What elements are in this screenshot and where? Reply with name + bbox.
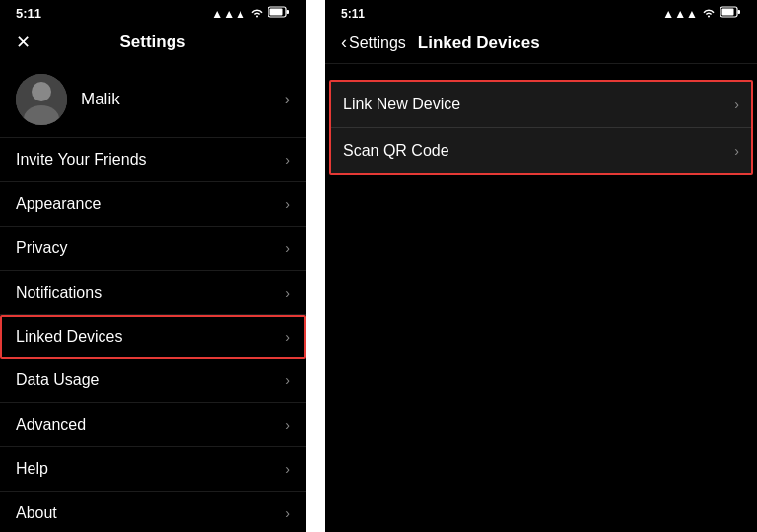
menu-item-appearance[interactable]: Appearance › bbox=[0, 182, 306, 227]
svg-rect-1 bbox=[270, 9, 283, 16]
svg-rect-7 bbox=[722, 9, 734, 16]
back-label-text: Settings bbox=[349, 34, 406, 52]
profile-row[interactable]: Malik › bbox=[0, 62, 306, 138]
menu-chevron-linked-devices: › bbox=[285, 329, 290, 345]
device-label-link-new: Link New Device bbox=[343, 96, 460, 113]
device-item-link-new[interactable]: Link New Device › bbox=[331, 82, 751, 128]
left-panel: 5:11 ▲▲▲ ✕ Settings bbox=[0, 0, 306, 532]
menu-chevron-data-usage: › bbox=[285, 372, 290, 388]
menu-chevron-appearance: › bbox=[285, 196, 290, 212]
devices-list: Link New Device › Scan QR Code › bbox=[329, 80, 753, 175]
back-button[interactable]: ‹ Settings bbox=[341, 33, 406, 53]
menu-label-notifications: Notifications bbox=[16, 284, 102, 301]
menu-item-help[interactable]: Help › bbox=[0, 447, 306, 492]
menu-chevron-notifications: › bbox=[285, 285, 290, 300]
svg-point-4 bbox=[32, 82, 51, 101]
battery-icon bbox=[268, 6, 290, 21]
left-header-title: Settings bbox=[119, 33, 185, 52]
menu-chevron-about: › bbox=[285, 505, 290, 521]
signal-icon: ▲▲▲ bbox=[211, 7, 246, 21]
avatar bbox=[16, 74, 67, 125]
menu-chevron-invite: › bbox=[285, 152, 290, 167]
menu-chevron-privacy: › bbox=[285, 240, 290, 256]
right-status-icons: ▲▲▲ bbox=[662, 6, 741, 21]
menu-label-about: About bbox=[16, 504, 57, 522]
menu-list: Invite Your Friends › Appearance › Priva… bbox=[0, 138, 306, 532]
menu-item-notifications[interactable]: Notifications › bbox=[0, 271, 306, 315]
left-time: 5:11 bbox=[16, 6, 41, 21]
back-chevron-icon: ‹ bbox=[341, 33, 347, 53]
menu-item-advanced[interactable]: Advanced › bbox=[0, 403, 306, 447]
left-status-icons: ▲▲▲ bbox=[211, 6, 290, 21]
menu-label-advanced: Advanced bbox=[16, 416, 86, 433]
menu-item-about[interactable]: About › bbox=[0, 492, 306, 532]
right-wifi-icon bbox=[702, 6, 716, 21]
menu-item-invite[interactable]: Invite Your Friends › bbox=[0, 138, 306, 182]
menu-label-help: Help bbox=[16, 460, 48, 478]
menu-chevron-advanced: › bbox=[285, 417, 290, 432]
wifi-icon bbox=[250, 6, 264, 21]
right-panel: 5:11 ▲▲▲ ‹ Settings Linked Devices bbox=[325, 0, 757, 532]
left-header: ✕ Settings bbox=[0, 25, 306, 62]
device-chevron-link-new: › bbox=[734, 97, 739, 112]
profile-name: Malik bbox=[81, 90, 285, 109]
right-status-bar: 5:11 ▲▲▲ bbox=[325, 0, 757, 25]
device-label-scan-qr: Scan QR Code bbox=[343, 142, 449, 160]
menu-label-invite: Invite Your Friends bbox=[16, 151, 147, 168]
right-header-title: Linked Devices bbox=[418, 33, 540, 53]
left-status-bar: 5:11 ▲▲▲ bbox=[0, 0, 306, 25]
right-signal-icon: ▲▲▲ bbox=[662, 7, 698, 21]
right-header: ‹ Settings Linked Devices bbox=[325, 25, 757, 64]
menu-label-appearance: Appearance bbox=[16, 195, 101, 213]
close-button[interactable]: ✕ bbox=[16, 32, 31, 53]
menu-item-data-usage[interactable]: Data Usage › bbox=[0, 359, 306, 403]
panel-divider bbox=[306, 0, 325, 532]
device-chevron-scan-qr: › bbox=[734, 143, 739, 159]
right-time: 5:11 bbox=[341, 7, 365, 21]
menu-label-linked-devices: Linked Devices bbox=[16, 328, 123, 346]
menu-item-linked-devices[interactable]: Linked Devices › bbox=[0, 315, 306, 359]
svg-rect-8 bbox=[738, 10, 741, 14]
menu-label-privacy: Privacy bbox=[16, 239, 67, 257]
profile-chevron: › bbox=[285, 91, 290, 108]
menu-item-privacy[interactable]: Privacy › bbox=[0, 227, 306, 271]
svg-rect-2 bbox=[287, 10, 290, 14]
device-item-scan-qr[interactable]: Scan QR Code › bbox=[331, 128, 751, 173]
menu-label-data-usage: Data Usage bbox=[16, 371, 100, 389]
right-battery-icon bbox=[720, 6, 741, 21]
menu-chevron-help: › bbox=[285, 461, 290, 477]
